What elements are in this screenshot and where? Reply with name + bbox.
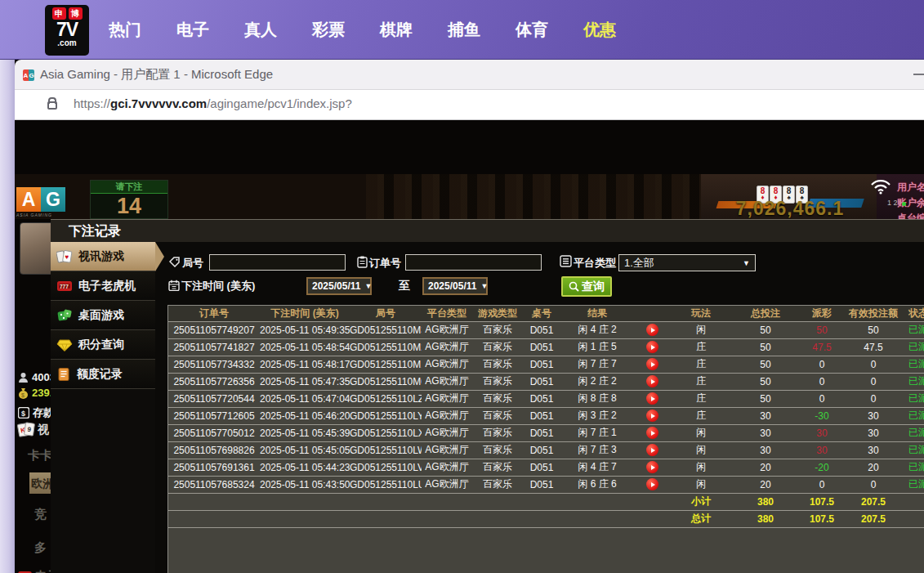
round-number-label: 局号 [182,256,203,271]
cell-bet: 30 [732,441,799,459]
table-row: 2505110577418272025-05-11 05:48:54GD0512… [168,338,924,356]
cell-table_no: D051 [523,356,560,373]
video-category-partial: 视 [38,423,49,437]
cell-play: 闲 [670,441,732,459]
category-duo: 多 [34,540,47,556]
query-button[interactable]: 查询 [561,276,612,297]
play-result-button[interactable] [646,444,658,456]
cell-round: GD051255110LZ [350,390,422,407]
calendar-icon [168,280,180,294]
nav-item-hot[interactable]: 热门 [109,19,141,41]
play-result-button[interactable] [646,427,658,439]
cell-payout: -20 [799,459,845,476]
cell-platform: AG欧洲厅 [422,459,472,476]
category-europe-active: 欧洲 [29,472,51,494]
cell-platform: AG欧洲厅 [422,373,472,390]
cell-round: GD051255110M2 [350,338,422,356]
nav-item-lottery[interactable]: 彩票 [312,19,345,41]
cell-platform: AG欧洲厅 [422,441,472,459]
url-text[interactable]: https://gci.7vvvvvv.com/agingame/pcv1/in… [74,96,352,110]
cell-play: 庄 [670,373,732,390]
site-header: 申 博 7V .com 热门 电子 真人 彩票 棋牌 捕鱼 体育 优惠 [0,0,924,60]
cell-game: 百家乐 [472,441,523,459]
nav-item-promo[interactable]: 优惠 [583,19,616,41]
ag-favicon-icon: AG [23,69,34,81]
menu-item-points-inquiry[interactable]: 积分查询 [51,330,155,360]
menu-item-label: 积分查询 [78,338,124,352]
bet-records-panel: 下注记录 ♥ 视讯游戏 [51,219,924,573]
platform-list-icon [560,255,572,271]
total-payout: 107.5 [799,510,845,527]
menu-item-credit-records[interactable]: 额度记录 [51,360,155,389]
cell-round: GD051255110M3 [350,321,422,338]
play-result-button[interactable] [646,478,658,490]
play-result-button[interactable] [646,375,658,387]
play-result-button[interactable] [646,324,658,336]
cell-table_no: D051 [523,424,560,441]
round-number-input[interactable] [209,254,346,271]
cell-table_no: D051 [523,321,560,338]
query-button-label: 查询 [582,280,605,294]
cell-order: 250511057726356 [168,373,260,390]
tag-icon [169,257,181,271]
bet-timer-value: 14 [91,194,167,218]
svg-text:777: 777 [60,283,69,289]
play-result-button[interactable] [646,410,658,422]
ag-brand-logo: AG ASIA GAMING [16,187,65,217]
play-result-button[interactable] [646,392,658,405]
subtotal-payout: 107.5 [799,493,845,510]
total-bet: 380 [732,510,799,527]
logo-text: 7V [56,20,78,39]
cell-status: 已派彩 [902,338,924,356]
nav-item-live[interactable]: 真人 [244,19,277,41]
column-header: 下注时间 (美东) [260,306,350,321]
status-dot [902,202,906,206]
cell-result: 闲 2 庄 2 [560,373,634,390]
play-result-button[interactable] [646,341,658,353]
cell-bet: 20 [732,459,799,476]
date-from-picker[interactable]: 2025/05/11 ▼ [306,277,372,295]
table-row: 2505110577263562025-05-11 05:47:35GD0512… [168,373,924,390]
cell-result: 闲 7 庄 7 [560,356,634,373]
table-row: 2505110577205442025-05-11 05:47:04GD0512… [168,390,924,407]
cell-valid: 47.5 [845,338,902,356]
bet-table: 订单号下注时间 (美东)局号平台类型游戏类型桌号结果玩法总投注派彩有效投注额状态… [168,306,924,528]
minimize-button[interactable] [913,74,924,75]
cell-game: 百家乐 [472,407,523,424]
date-from-value: 2025/05/11 [312,280,360,292]
cell-table_no: D051 [523,441,560,459]
order-number-label: 订单号 [369,256,401,271]
date-to-picker[interactable]: 2025/05/11 ▼ [422,277,488,295]
moneybag-icon: $ [18,387,29,399]
menu-item-video-games[interactable]: ♥ 视讯游戏 [51,242,155,271]
cell-round: GD051255110LW [350,441,422,459]
result-play-cell [634,356,670,373]
cell-platform: AG欧洲厅 [422,424,472,441]
svg-text:$: $ [21,410,25,418]
column-header [634,306,670,321]
cell-valid: 30 [845,407,902,424]
site-logo[interactable]: 申 博 7V .com [45,5,89,56]
cell-game: 百家乐 [472,390,523,407]
bet-timer: 请下注 14 [90,180,168,219]
nav-item-cards[interactable]: 棋牌 [380,19,413,41]
nav-item-fishing[interactable]: 捕鱼 [448,19,480,41]
play-result-button[interactable] [646,461,658,473]
lock-icon[interactable] [47,101,57,110]
result-play-cell [634,321,670,338]
order-number-input[interactable] [405,254,542,271]
result-play-cell [634,407,670,424]
platform-type-select[interactable]: 1.全部 ▼ [618,254,756,271]
cell-table_no: D051 [523,459,560,476]
menu-item-slot-machines[interactable]: 777 电子老虎机 [51,271,155,301]
menu-item-table-games[interactable]: 桌面游戏 [51,301,155,330]
column-header: 结果 [560,306,634,321]
play-result-button[interactable] [646,358,658,370]
slot-reels-image [366,174,709,219]
nav-item-sports[interactable]: 体育 [516,19,548,41]
page-left-margin [0,60,15,573]
panel-header: 下注记录 [51,219,924,242]
cell-order: 250511057734332 [168,356,260,373]
nav-item-slots[interactable]: 电子 [176,19,209,41]
jackpot-amount: 7,026,466.1 [704,198,876,219]
